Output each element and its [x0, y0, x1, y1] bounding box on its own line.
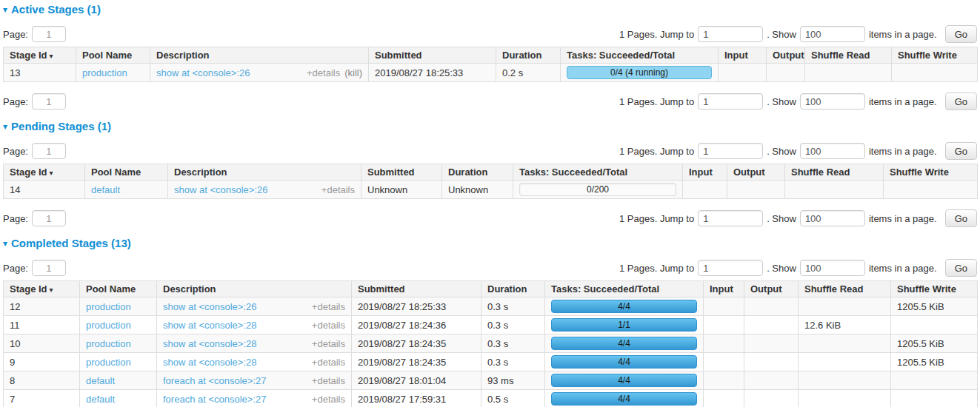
- col-tasks[interactable]: Tasks: Succeeded/Total: [561, 47, 719, 64]
- page-label: Page:: [3, 96, 28, 107]
- col-output[interactable]: Output: [767, 47, 805, 64]
- go-button[interactable]: Go: [945, 25, 977, 43]
- col-duration[interactable]: Duration: [496, 47, 561, 64]
- page-number-input[interactable]: [32, 26, 66, 42]
- col-shuffle-write[interactable]: Shuffle Write: [884, 164, 978, 181]
- table-row: 9 production show at <console>:28 +detai…: [4, 353, 978, 371]
- go-button[interactable]: Go: [945, 209, 977, 227]
- description-link[interactable]: show at <console>:28: [163, 338, 256, 349]
- details-toggle[interactable]: +details: [312, 375, 345, 386]
- description-link[interactable]: show at <console>:26: [174, 184, 267, 195]
- col-stage-id[interactable]: Stage Id▾: [4, 164, 85, 181]
- description-link[interactable]: show at <console>:26: [156, 67, 250, 78]
- pending-pagination-bottom: Page: 1 Pages. Jump to . Show items in a…: [3, 209, 977, 228]
- col-input[interactable]: Input: [704, 281, 744, 297]
- items-per-page-input[interactable]: [800, 143, 865, 159]
- page-label: Page:: [3, 213, 28, 224]
- details-toggle[interactable]: +details: [312, 301, 345, 312]
- jump-to-page-input[interactable]: [698, 143, 763, 159]
- jump-to-page-input[interactable]: [698, 260, 763, 276]
- output-cell: [744, 371, 799, 390]
- col-shuffle-write[interactable]: Shuffle Write: [892, 47, 978, 64]
- stage-id-cell: 10: [4, 334, 80, 353]
- input-cell: [704, 316, 744, 334]
- col-output[interactable]: Output: [727, 164, 785, 181]
- shuffle-read-cell: 12.6 KiB: [799, 316, 891, 334]
- col-pool-name[interactable]: Pool Name: [76, 47, 150, 64]
- go-button[interactable]: Go: [945, 92, 977, 110]
- col-description[interactable]: Description: [150, 47, 369, 64]
- shuffle-read-cell: [799, 334, 891, 353]
- col-tasks[interactable]: Tasks: Succeeded/Total: [545, 281, 704, 297]
- pages-count-text: 1 Pages. Jump to: [619, 96, 694, 107]
- pages-count-text: 1 Pages. Jump to: [619, 146, 694, 157]
- col-shuffle-read[interactable]: Shuffle Read: [805, 47, 892, 64]
- col-shuffle-read[interactable]: Shuffle Read: [799, 281, 891, 297]
- jump-to-page-input[interactable]: [698, 210, 763, 226]
- pool-name-link[interactable]: default: [86, 394, 115, 405]
- description-link[interactable]: show at <console>:26: [163, 301, 256, 312]
- description-link[interactable]: show at <console>:28: [163, 320, 256, 331]
- stage-id-cell: 8: [4, 371, 80, 390]
- details-toggle[interactable]: +details: [307, 67, 340, 78]
- stages-page: ▾ Active Stages (1) Page: 1 Pages. Jump …: [0, 0, 980, 407]
- pool-name-link[interactable]: default: [86, 375, 115, 386]
- details-toggle[interactable]: +details: [312, 357, 345, 368]
- shuffle-write-cell: [891, 371, 978, 390]
- duration-cell: 0.3 s: [481, 334, 545, 353]
- col-input[interactable]: Input: [719, 47, 767, 64]
- col-pool-name[interactable]: Pool Name: [85, 164, 168, 181]
- active-stages-header[interactable]: ▾ Active Stages (1): [3, 3, 977, 16]
- col-description[interactable]: Description: [157, 281, 352, 297]
- pool-name-link[interactable]: production: [86, 338, 131, 349]
- page-label: Page:: [3, 29, 28, 40]
- col-submitted[interactable]: Submitted: [361, 164, 442, 181]
- page-number-input[interactable]: [32, 260, 66, 276]
- pool-name-link[interactable]: default: [91, 184, 120, 195]
- col-submitted[interactable]: Submitted: [352, 281, 481, 297]
- page-number-input[interactable]: [32, 143, 66, 159]
- col-tasks[interactable]: Tasks: Succeeded/Total: [513, 164, 683, 181]
- page-number-input[interactable]: [32, 210, 66, 226]
- details-toggle[interactable]: +details: [321, 184, 355, 195]
- pool-name-link[interactable]: production: [86, 357, 131, 368]
- details-toggle[interactable]: +details: [312, 394, 345, 405]
- pool-name-link[interactable]: production: [82, 67, 127, 78]
- col-input[interactable]: Input: [683, 164, 727, 181]
- col-stage-id[interactable]: Stage Id▾: [4, 281, 80, 297]
- items-per-page-input[interactable]: [800, 210, 865, 226]
- output-cell: [744, 316, 799, 334]
- page-number-input[interactable]: [32, 93, 66, 110]
- go-button[interactable]: Go: [945, 259, 977, 277]
- description-link[interactable]: foreach at <console>:27: [163, 394, 267, 405]
- pool-name-link[interactable]: production: [86, 320, 131, 331]
- col-submitted[interactable]: Submitted: [369, 47, 496, 64]
- items-per-page-input[interactable]: [800, 93, 865, 110]
- col-output[interactable]: Output: [744, 281, 799, 297]
- pending-pagination-top: Page: 1 Pages. Jump to . Show items in a…: [3, 141, 977, 161]
- description-link[interactable]: show at <console>:28: [163, 357, 256, 368]
- col-duration[interactable]: Duration: [481, 281, 545, 297]
- details-toggle[interactable]: +details: [312, 320, 345, 331]
- col-shuffle-write[interactable]: Shuffle Write: [891, 281, 978, 297]
- go-button[interactable]: Go: [945, 142, 977, 160]
- col-shuffle-read[interactable]: Shuffle Read: [785, 164, 884, 181]
- description-link[interactable]: foreach at <console>:27: [163, 375, 267, 386]
- jump-to-page-input[interactable]: [698, 93, 763, 110]
- completed-stages-header[interactable]: ▾ Completed Stages (13): [3, 237, 977, 249]
- col-description[interactable]: Description: [168, 164, 361, 181]
- page-label: Page:: [3, 146, 28, 157]
- shuffle-read-cell: [785, 181, 884, 199]
- col-stage-id[interactable]: Stage Id▾: [4, 47, 76, 64]
- details-toggle[interactable]: +details: [312, 338, 345, 349]
- pending-stages-header[interactable]: ▾ Pending Stages (1): [3, 120, 977, 132]
- jump-to-page-input[interactable]: [698, 26, 763, 42]
- pool-name-link[interactable]: production: [86, 301, 131, 312]
- col-duration[interactable]: Duration: [442, 164, 513, 181]
- items-per-page-input[interactable]: [800, 26, 865, 42]
- active-pagination-bottom: Page: 1 Pages. Jump to . Show items in a…: [3, 92, 977, 111]
- kill-link[interactable]: (kill): [344, 67, 362, 78]
- completed-stages-table: Stage Id▾ Pool Name Description Submitte…: [3, 280, 978, 407]
- col-pool-name[interactable]: Pool Name: [80, 281, 157, 297]
- items-per-page-input[interactable]: [800, 260, 865, 276]
